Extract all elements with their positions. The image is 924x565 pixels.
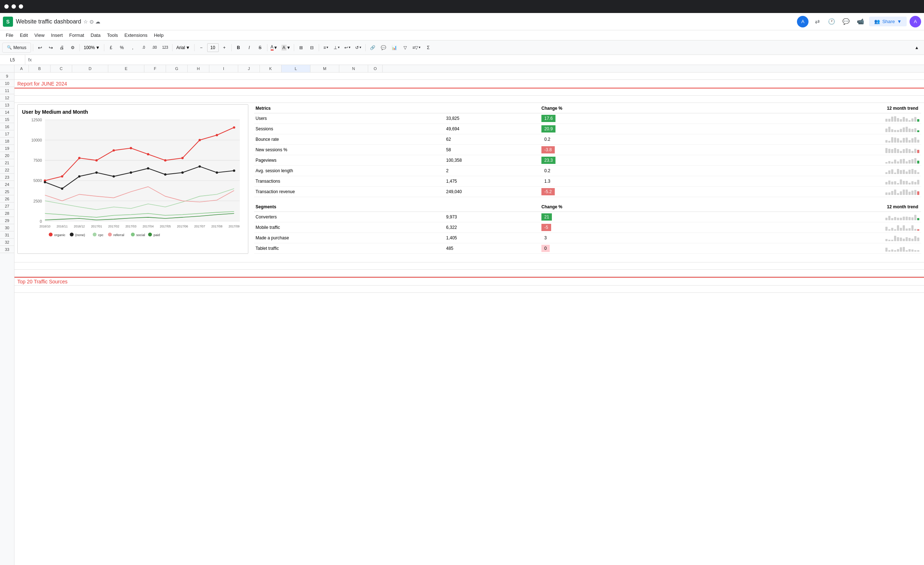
font-size-box[interactable]: 10	[207, 43, 219, 52]
col-header-n[interactable]: N	[339, 65, 368, 72]
col-header-e[interactable]: E	[108, 65, 144, 72]
doc-history-icon[interactable]: ⊙	[90, 19, 94, 24]
functions-btn[interactable]: Σ	[423, 43, 433, 53]
col-header-m[interactable]: M	[310, 65, 339, 72]
text-color-btn[interactable]: A ▼	[269, 43, 279, 53]
menu-insert[interactable]: Insert	[48, 32, 66, 39]
borders-btn[interactable]: ⊞	[296, 43, 306, 53]
row-21[interactable]: 21	[0, 159, 14, 167]
user-avatar[interactable]: A	[910, 16, 921, 27]
row-28[interactable]: 28	[0, 210, 14, 217]
row-26[interactable]: 26	[0, 195, 14, 203]
metric-change-4: 23.3	[540, 155, 683, 166]
strikethrough-btn[interactable]: S	[255, 43, 265, 53]
col-header-g[interactable]: G	[166, 65, 188, 72]
row-20[interactable]: 20	[0, 152, 14, 159]
undo-btn[interactable]: ↩	[35, 43, 45, 53]
rotate-btn[interactable]: ↺ ▼	[353, 43, 363, 53]
row-33[interactable]: 33	[0, 246, 14, 253]
comments-icon[interactable]: 💬	[840, 16, 852, 27]
video-icon[interactable]: 📹	[855, 16, 866, 27]
row-23[interactable]: 23	[0, 174, 14, 181]
col-header-l[interactable]: L	[282, 65, 310, 72]
row-32[interactable]: 32	[0, 239, 14, 246]
menu-file[interactable]: File	[3, 32, 16, 39]
account-avatar[interactable]: A	[797, 16, 808, 27]
zoom-dropdown[interactable]: 100% ▼	[82, 44, 102, 51]
row-18[interactable]: 18	[0, 138, 14, 145]
filter-views-btn[interactable]: ≡▽ ▼	[411, 43, 422, 53]
traffic-light-minimize[interactable]	[12, 5, 16, 9]
row-30[interactable]: 30	[0, 224, 14, 231]
traffic-light-maximize[interactable]	[19, 5, 23, 9]
col-header-d[interactable]: D	[72, 65, 108, 72]
col-header-i[interactable]: I	[209, 65, 238, 72]
menu-data[interactable]: Data	[88, 32, 103, 39]
comma-btn[interactable]: ,	[128, 43, 138, 53]
italic-btn[interactable]: I	[244, 43, 255, 53]
row-15[interactable]: 15	[0, 116, 14, 123]
row-14[interactable]: 14	[0, 109, 14, 116]
search-menus-btn[interactable]: 🔍 Menus	[2, 43, 31, 53]
row-31[interactable]: 31	[0, 231, 14, 239]
traffic-light-close[interactable]	[4, 5, 9, 9]
menu-help[interactable]: Help	[151, 32, 166, 39]
col-header-k[interactable]: K	[260, 65, 282, 72]
share-button[interactable]: 👥 Share ▼	[869, 17, 907, 26]
row-19[interactable]: 19	[0, 145, 14, 152]
row-24[interactable]: 24	[0, 181, 14, 188]
redo-btn[interactable]: ↪	[46, 43, 56, 53]
row-9[interactable]: 9	[0, 72, 14, 80]
merge-btn[interactable]: ⊟	[307, 43, 317, 53]
menu-view[interactable]: View	[32, 32, 47, 39]
svg-point-31	[147, 153, 149, 155]
doc-cloud-icon[interactable]: ☁	[95, 19, 100, 24]
row-16[interactable]: 16	[0, 123, 14, 130]
row-13[interactable]: 13	[0, 101, 14, 109]
fill-color-btn[interactable]: A ▼	[280, 43, 292, 53]
row-25[interactable]: 25	[0, 188, 14, 195]
col-header-b[interactable]: B	[29, 65, 51, 72]
star-icon[interactable]: ☆	[83, 19, 88, 24]
align-v-btn[interactable]: ⊥ ▼	[332, 43, 342, 53]
more-formats-btn[interactable]: 123	[160, 43, 170, 53]
font-size-decrease-btn[interactable]: −	[196, 43, 207, 53]
cell-reference[interactable]: L5	[0, 55, 25, 65]
align-h-btn[interactable]: ≡ ▼	[321, 43, 331, 53]
menu-extensions[interactable]: Extensions	[122, 32, 150, 39]
row-11[interactable]: 11	[0, 87, 14, 94]
col-header-h[interactable]: H	[188, 65, 209, 72]
decimal-decrease-btn[interactable]: .0	[139, 43, 149, 53]
font-dropdown[interactable]: Arial ▼	[174, 44, 192, 51]
link-btn[interactable]: 🔗	[368, 43, 378, 53]
history-icon[interactable]: 🕐	[826, 16, 837, 27]
row-29[interactable]: 29	[0, 217, 14, 224]
row-27[interactable]: 27	[0, 203, 14, 210]
currency-btn[interactable]: £	[106, 43, 116, 53]
row-17[interactable]: 17	[0, 130, 14, 138]
menu-edit[interactable]: Edit	[17, 32, 31, 39]
row-12[interactable]: 12	[0, 94, 14, 101]
print-btn[interactable]: 🖨	[57, 43, 67, 53]
formula-input[interactable]	[34, 55, 924, 65]
col-header-o[interactable]: O	[368, 65, 382, 72]
menu-tools[interactable]: Tools	[104, 32, 120, 39]
col-header-c[interactable]: C	[51, 65, 72, 72]
settings-icon[interactable]: ⇄	[812, 16, 823, 27]
comment-btn[interactable]: 💬	[378, 43, 388, 53]
percent-btn[interactable]: %	[117, 43, 127, 53]
paint-format-btn[interactable]: ⚙	[68, 43, 78, 53]
col-header-j[interactable]: J	[238, 65, 260, 72]
decimal-increase-btn[interactable]: .00	[149, 43, 159, 53]
row-10[interactable]: 10	[0, 80, 14, 87]
wrap-btn[interactable]: ↩ ▼	[342, 43, 352, 53]
font-size-increase-btn[interactable]: +	[219, 43, 230, 53]
bold-btn[interactable]: B	[234, 43, 244, 53]
filter-btn[interactable]: ▽	[400, 43, 410, 53]
row-22[interactable]: 22	[0, 167, 14, 174]
chart-btn[interactable]: 📊	[389, 43, 399, 53]
col-header-f[interactable]: F	[144, 65, 166, 72]
menu-format[interactable]: Format	[66, 32, 87, 39]
collapse-toolbar-btn[interactable]: ▲	[912, 43, 922, 53]
col-header-a[interactable]: A	[14, 65, 29, 72]
